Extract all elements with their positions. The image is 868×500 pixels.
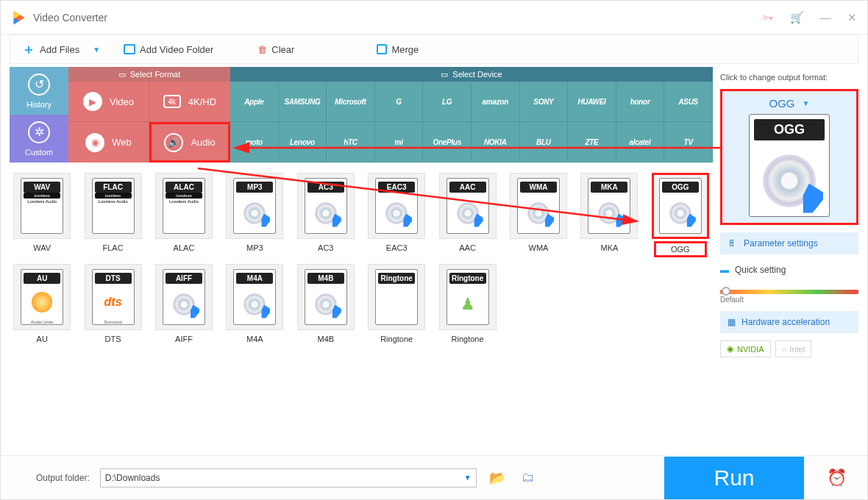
format-badge: AU [24,273,60,284]
format-tile-aac[interactable]: AACAAC [435,173,499,255]
format-thumb: M4A [226,264,283,330]
format-tile-ringtone[interactable]: Ringtone♟Ringtone [435,264,499,343]
format-thumb: FLAClosslessLossless Audio [85,173,142,239]
4k-icon: 4k [163,95,181,108]
format-name: WMA [529,243,549,252]
output-folder-dropdown-icon[interactable]: ▼ [464,474,472,482]
format-tile-ac3[interactable]: AC3AC3 [294,173,358,255]
custom-button[interactable]: ✲ Custom [10,115,68,162]
format-tile-eac3[interactable]: EAC3EAC3 [364,173,429,255]
device-lg[interactable]: LG [423,82,472,122]
slider-knob[interactable] [722,287,730,296]
output-format-icon: OGG [749,114,830,217]
add-files-dropdown-icon[interactable]: ▼ [93,46,100,54]
parameter-settings-button[interactable]: 🎚 Parameter settings [720,232,858,254]
format-tile-ringtone[interactable]: RingtoneRingtone [364,264,429,343]
key-icon[interactable]: 🗝 [763,11,774,24]
device-g[interactable]: G [375,82,424,122]
history-button[interactable]: ↺ History [10,67,68,115]
run-button[interactable]: Run [664,457,804,499]
quality-slider[interactable]: Default [720,285,858,304]
gpu-row: ◉NVIDIA ○Intel [720,340,858,357]
format-badge: AIFF [166,273,202,284]
device-sony[interactable]: SONY [520,82,569,122]
format-badge: OGG [662,182,699,193]
device-microsoft[interactable]: Microsoft [327,82,375,122]
output-folder-field[interactable]: D:\Downloads ▼ [100,468,477,488]
format-tile-flac[interactable]: FLAClosslessLossless AudioFLAC [80,173,145,255]
format-tile-au[interactable]: AUAudio UnitsAU [10,264,74,343]
open-folder-button[interactable]: 📂 [487,469,508,487]
minimize-button[interactable]: — [820,11,831,24]
device-htc[interactable]: hTC [327,122,375,162]
device-nokia[interactable]: NOKIA [472,122,520,162]
window-controls: 🗝 🛒 — ✕ [763,11,857,24]
close-button[interactable]: ✕ [847,11,857,24]
intel-chip[interactable]: ○Intel [775,340,811,357]
audio-icon: 🔊 [164,133,183,152]
output-format-dropdown-icon[interactable]: ▼ [803,99,810,107]
bottom-bar: Output folder: D:\Downloads ▼ 📂 🗂 Run ⏰ [1,455,867,499]
device-honor[interactable]: honor [616,82,665,122]
device-asus[interactable]: ASUS [664,82,713,122]
clear-button[interactable]: 🗑 Clear [253,42,299,57]
format-name: AC3 [318,243,333,252]
format-tile-wma[interactable]: WMAWMA [506,173,571,255]
format-thumb: Ringtone♟ [439,264,497,330]
format-badge: AC3 [307,182,344,193]
schedule-button[interactable]: ⏰ [814,457,858,499]
merge-button[interactable]: Merge [372,42,423,57]
device-oneplus[interactable]: OnePlus [423,122,472,162]
device-blu[interactable]: BLU [520,122,569,162]
device-zte[interactable]: ZTE [568,122,616,162]
side-column: ↺ History ✲ Custom [10,67,68,162]
format-tile-wav[interactable]: WAVlosslessLossless AudioWAV [10,173,74,255]
intel-icon: ○ [782,345,787,354]
quick-setting-row: ▬ Quick setting [720,262,858,278]
device-tv[interactable]: TV [664,122,713,162]
tab-web[interactable]: ◉ Web [68,122,149,162]
tab-video[interactable]: ▶ Video [68,82,149,122]
add-files-button[interactable]: ＋ Add Files ▼ [18,38,104,60]
tab-audio-label: Audio [191,137,215,148]
device-column: ▭ Select Device AppleSAMSUNGMicrosoftGLG… [230,67,713,162]
format-tile-dts[interactable]: DTSdtsSurroundDTS [80,264,145,343]
device-alcatel[interactable]: alcatel [616,122,665,162]
add-video-folder-button[interactable]: Add Video Folder [119,42,218,57]
clear-label: Clear [271,44,294,55]
explore-folder-button[interactable]: 🗂 [518,469,538,487]
nvidia-label: NVIDIA [737,345,764,354]
device-lenovo[interactable]: Lenovo [279,122,327,162]
cart-icon[interactable]: 🛒 [790,11,804,24]
device-mi[interactable]: mi [375,122,424,162]
tab-4khd[interactable]: 4k 4K/HD [149,82,230,122]
format-header-icon: ▭ [118,70,126,79]
titlebar: Video Converter 🗝 🛒 — ✕ [1,1,867,35]
device-moto[interactable]: moto [230,122,279,162]
format-tile-aiff[interactable]: AIFFAIFF [152,264,216,343]
hardware-acceleration-button[interactable]: ▦ Hardware acceleration [720,311,858,333]
device-amazon[interactable]: amazon [472,82,520,122]
device-apple[interactable]: Apple [230,82,279,122]
disc-icon [518,193,559,233]
format-tile-mka[interactable]: MKAMKA [577,173,641,255]
device-samsung[interactable]: SAMSUNG [279,82,327,122]
nvidia-chip[interactable]: ◉NVIDIA [720,340,771,357]
format-tile-mp3[interactable]: MP3MP3 [222,173,287,255]
format-badge: M4B [307,273,344,284]
device-huawei[interactable]: HUAWEI [568,82,616,122]
format-thumb: AIFF [155,264,213,330]
format-tile-alac[interactable]: ALAClosslessLossless AudioALAC [152,173,216,255]
merge-label: Merge [391,44,419,55]
tab-video-label: Video [110,96,134,107]
format-tile-m4a[interactable]: M4AM4A [222,264,287,343]
format-thumb: MP3 [226,173,283,239]
tab-audio[interactable]: 🔊 Audio [149,122,230,162]
format-badge: ALAC [166,182,202,193]
format-tile-m4b[interactable]: M4BM4B [294,264,358,343]
format-badge: MP3 [236,182,273,193]
format-badge: DTS [95,273,132,284]
format-tile-ogg[interactable]: OGGOGG [648,173,713,255]
output-format-selector[interactable]: OGG ▼ OGG [720,89,858,225]
output-format-badge: OGG [754,119,825,140]
